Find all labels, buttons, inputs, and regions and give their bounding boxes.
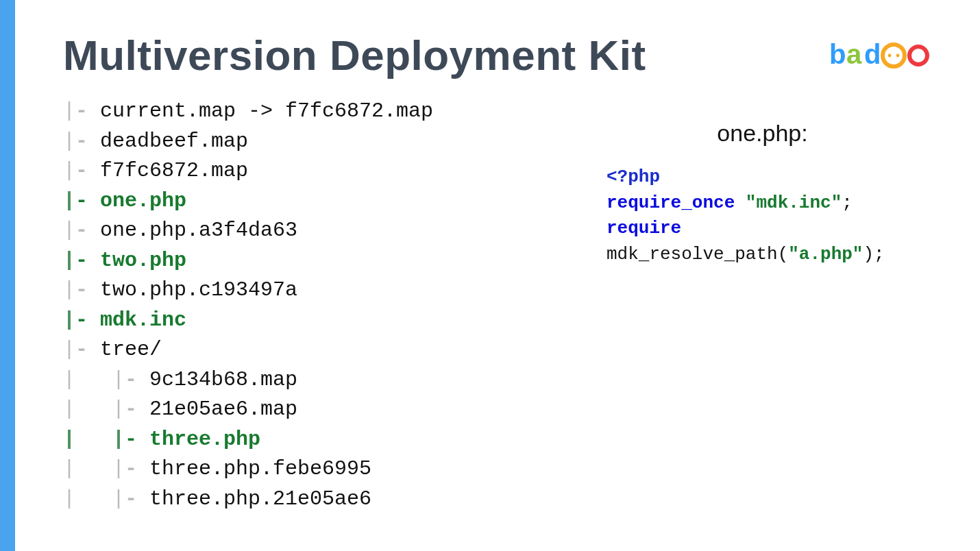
accent-bar: [0, 0, 15, 551]
php-open-tag: <?php: [607, 167, 660, 187]
svg-point-4: [888, 53, 892, 57]
tree-filename: 21e05ae6.map: [149, 397, 297, 421]
paren-end: );: [863, 244, 884, 265]
tree-filename: f7fc6872.map: [100, 159, 248, 182]
tree-entry: | |- three.php: [63, 425, 932, 455]
tree-entry: |- tree/: [63, 335, 932, 365]
tree-entry: |- mdk.inc: [63, 306, 932, 336]
code-line-4: mdk_resolve_path("a.php");: [607, 242, 918, 268]
tree-entry: | |- 21e05ae6.map: [63, 395, 932, 425]
svg-text:d: d: [864, 40, 881, 69]
svg-point-5: [896, 53, 900, 57]
tree-filename: three.php: [149, 428, 260, 451]
code-block: <?php require_once "mdk.inc"; require md…: [607, 164, 918, 268]
str-mdk-inc: "mdk.inc": [746, 193, 842, 213]
tree-filename: one.php: [100, 189, 186, 212]
tree-entry: | |- 9c134b68.map: [63, 365, 932, 395]
slide-title: Multiversion Deployment Kit: [63, 33, 646, 77]
tree-entry: | |- three.php.febe6995: [63, 454, 932, 485]
content-area: Multiversion Deployment Kit b a d |- cur…: [15, 0, 980, 551]
tree-filename: 9c134b68.map: [149, 368, 297, 391]
str-a-php: "a.php": [788, 244, 863, 265]
tree-entry: |- two.php.c193497a: [63, 276, 932, 306]
badoo-logo-svg: b a d: [829, 40, 932, 71]
svg-text:a: a: [846, 40, 862, 69]
tree-filename: two.php: [100, 249, 186, 272]
code-column: one.php: <?php require_once "mdk.inc"; r…: [607, 120, 918, 268]
tree-filename: deadbeef.map: [100, 130, 248, 153]
tree-filename: current.map -> f7fc6872.map: [100, 99, 433, 123]
code-line-3: require: [607, 216, 918, 242]
code-title: one.php:: [607, 120, 918, 147]
tree-filename: mdk.inc: [100, 308, 186, 332]
tree-filename: one.php.a3f4da63: [100, 219, 297, 242]
tree-filename: three.php.21e05ae6: [149, 487, 371, 511]
svg-point-6: [909, 47, 927, 64]
tree-filename: three.php.febe6995: [149, 457, 371, 480]
kw-require-once: require_once: [607, 193, 735, 213]
tree-filename: tree/: [100, 338, 162, 361]
tree-entry: | |- three.php.21e05ae6: [63, 485, 932, 515]
svg-point-3: [883, 45, 905, 66]
semicolon-1: ;: [842, 193, 853, 213]
slide-root: Multiversion Deployment Kit b a d |- cur…: [0, 0, 980, 551]
kw-require: require: [607, 218, 681, 238]
code-line-1: <?php: [607, 164, 918, 191]
header-row: Multiversion Deployment Kit b a d: [63, 33, 932, 77]
code-line-2: require_once "mdk.inc";: [607, 191, 918, 217]
badoo-logo: b a d: [829, 40, 932, 71]
svg-text:b: b: [829, 40, 846, 69]
tree-filename: two.php.c193497a: [100, 278, 297, 302]
func-resolve-path: mdk_resolve_path(: [607, 244, 788, 265]
